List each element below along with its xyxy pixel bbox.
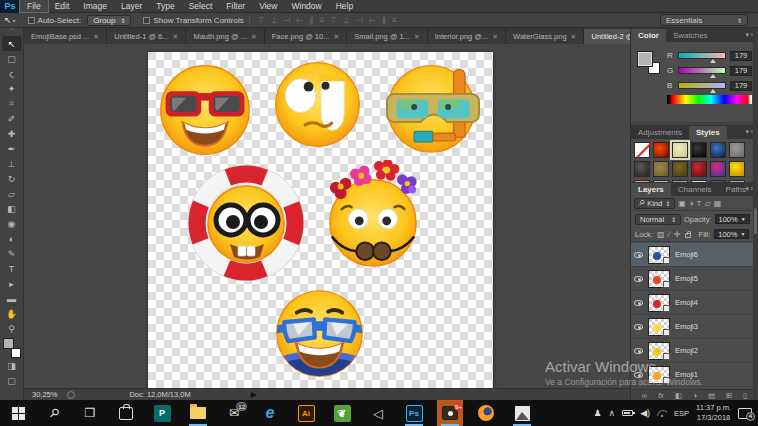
action-center-button[interactable]: 4 xyxy=(738,408,752,419)
menu-item-image[interactable]: Image xyxy=(76,0,114,12)
new-group-icon[interactable]: ▤ xyxy=(708,391,715,400)
distribute-h-centers-icon[interactable]: ∥ xyxy=(382,16,386,25)
healing-brush-tool-icon[interactable]: ✚ xyxy=(2,126,22,141)
filter-kind-dropdown[interactable]: ⚲ Kind ⇕ xyxy=(634,198,675,209)
document-tab[interactable]: Smail.png @ 1...✕ xyxy=(347,29,427,44)
document-tab[interactable]: Interior.png @...✕ xyxy=(428,29,506,44)
fill-field[interactable]: 100% ▼ xyxy=(714,229,749,239)
blur-tool-icon[interactable]: ◉ xyxy=(2,216,22,231)
start-button[interactable] xyxy=(5,400,31,426)
style-chip[interactable] xyxy=(634,161,650,177)
tab-close-icon[interactable]: ✕ xyxy=(414,33,420,41)
link-layers-icon[interactable]: ∞ xyxy=(642,391,647,400)
style-chip[interactable] xyxy=(710,161,726,177)
document-tab[interactable]: Mauth.png @ ...✕ xyxy=(186,29,264,44)
lock-all-icon[interactable] xyxy=(685,233,691,238)
foreground-color-swatch[interactable] xyxy=(3,338,14,349)
network-icon[interactable] xyxy=(657,410,667,417)
document-tab[interactable]: Face.png @ 10...✕ xyxy=(265,29,348,44)
visibility-eye-icon[interactable] xyxy=(634,252,643,258)
menu-item-type[interactable]: Type xyxy=(149,0,181,12)
tab-close-icon[interactable]: ✕ xyxy=(571,33,577,41)
layer-thumbnail[interactable] xyxy=(648,318,670,336)
path-selection-tool-icon[interactable]: ▸ xyxy=(2,276,22,291)
layer-thumbnail[interactable] xyxy=(648,294,670,312)
slider-thumb-icon[interactable] xyxy=(710,74,716,78)
taskbar-clock[interactable]: 11:37 p.m. 17/3/2018 xyxy=(696,403,731,423)
layer-row[interactable]: Emoji6 xyxy=(631,243,758,267)
style-chip[interactable] xyxy=(710,142,726,158)
gradient-tool-icon[interactable]: ◧ xyxy=(2,201,22,216)
filter-smart-objects-icon[interactable]: ▦ xyxy=(714,199,722,208)
blend-mode-dropdown[interactable]: Normal ⇕ xyxy=(635,214,681,225)
layer-row[interactable]: Emoji4 xyxy=(631,291,758,315)
toolbar-color-swatches[interactable] xyxy=(3,338,21,358)
panel-column-scrollbar[interactable] xyxy=(753,28,758,400)
layer-row[interactable]: Emoji2 xyxy=(631,339,758,363)
style-chip[interactable] xyxy=(653,142,669,158)
distribute-bottom-icon[interactable]: ⊣ xyxy=(356,16,363,25)
delete-layer-icon[interactable]: ▯ xyxy=(743,391,747,400)
show-transform-controls-checkbox[interactable] xyxy=(143,17,150,24)
new-layer-icon[interactable]: ⊞ xyxy=(726,391,732,400)
channel-value-field[interactable]: 179 xyxy=(730,66,752,76)
workspace-switcher[interactable]: Essentials ⇕ xyxy=(660,14,748,26)
visibility-eye-icon[interactable] xyxy=(634,300,643,306)
tool-preset-caret-icon[interactable]: ▾ xyxy=(13,17,16,24)
snorkel-emoji[interactable] xyxy=(386,58,480,156)
pen-tool-icon[interactable]: ✎ xyxy=(2,246,22,261)
layer-thumbnail[interactable] xyxy=(648,246,670,264)
type-tool-icon[interactable]: T xyxy=(2,261,22,276)
move-tool-option-icon[interactable]: ↖ xyxy=(4,15,12,25)
lock-position-icon[interactable]: ✛ xyxy=(674,230,681,239)
tab-close-icon[interactable]: ✕ xyxy=(492,33,498,41)
style-chip[interactable] xyxy=(691,161,707,177)
distribute-right-icon[interactable]: ≡ xyxy=(392,16,397,25)
shape-tool-icon[interactable]: ▬ xyxy=(2,291,22,306)
nerd-lifebuoy-emoji[interactable] xyxy=(186,160,306,286)
tab-color[interactable]: Color xyxy=(631,29,666,42)
style-chip[interactable] xyxy=(691,142,707,158)
opacity-field[interactable]: 100% ▼ xyxy=(715,214,750,224)
eyedropper-tool-icon[interactable]: ✐ xyxy=(2,111,22,126)
unity-button[interactable]: ◁ xyxy=(365,400,391,426)
zoom-tool-icon[interactable]: ⚲ xyxy=(2,321,22,336)
people-icon[interactable]: ♟ xyxy=(594,408,602,418)
illustrator-button[interactable]: Ai xyxy=(293,400,319,426)
align-top-edges-icon[interactable]: ⊢ xyxy=(297,16,304,25)
panel-grip-icon[interactable]: '' xyxy=(10,28,13,36)
align-h-centers-icon[interactable]: ⊥ xyxy=(271,16,278,25)
quick-selection-tool-icon[interactable]: ✦ xyxy=(2,81,22,96)
slider-thumb-icon[interactable] xyxy=(710,89,716,93)
tab-adjustments[interactable]: Adjustments xyxy=(631,126,689,139)
add-mask-icon[interactable]: ◧ xyxy=(675,391,682,400)
fg-bg-color-swatches[interactable] xyxy=(638,52,660,74)
eye-roll-emoji[interactable] xyxy=(273,60,362,149)
lock-paint-icon[interactable]: ∕ xyxy=(669,230,670,239)
align-v-centers-icon[interactable]: ∥ xyxy=(310,16,314,25)
document-tab[interactable]: Untitled-1 @ 6...✕ xyxy=(107,29,186,44)
mail-button[interactable]: ✉ 12 xyxy=(221,400,247,426)
filter-shape-layers-icon[interactable]: ▱ xyxy=(704,199,710,208)
filter-type-layers-icon[interactable]: T xyxy=(697,199,702,208)
battery-icon[interactable] xyxy=(622,410,633,416)
layer-style-fx-icon[interactable]: fx xyxy=(658,391,664,400)
background-color-swatch[interactable] xyxy=(11,348,21,358)
auto-select-scope-dropdown[interactable]: Group ⇕ xyxy=(87,15,131,26)
eraser-tool-icon[interactable]: ▱ xyxy=(2,186,22,201)
visibility-eye-icon[interactable] xyxy=(634,372,643,378)
file-explorer-button[interactable] xyxy=(185,400,211,426)
volume-icon[interactable]: ◀) xyxy=(640,408,650,418)
r-slider[interactable] xyxy=(678,52,726,59)
align-right-edges-icon[interactable]: ⊣ xyxy=(284,16,291,25)
dodge-tool-icon[interactable]: ◐ xyxy=(2,231,22,246)
menu-item-layer[interactable]: Layer xyxy=(114,0,149,12)
brush-tool-icon[interactable]: ✒ xyxy=(2,141,22,156)
auto-select-checkbox[interactable] xyxy=(28,17,35,24)
task-view-button[interactable]: ❐ xyxy=(77,400,103,426)
style-chip[interactable] xyxy=(672,142,688,158)
b-slider[interactable] xyxy=(678,82,726,89)
align-bottom-edges-icon[interactable]: ≡ xyxy=(320,16,325,25)
menu-item-select[interactable]: Select xyxy=(182,0,220,12)
show-hidden-icons-chevron[interactable]: ∧ xyxy=(609,408,616,418)
